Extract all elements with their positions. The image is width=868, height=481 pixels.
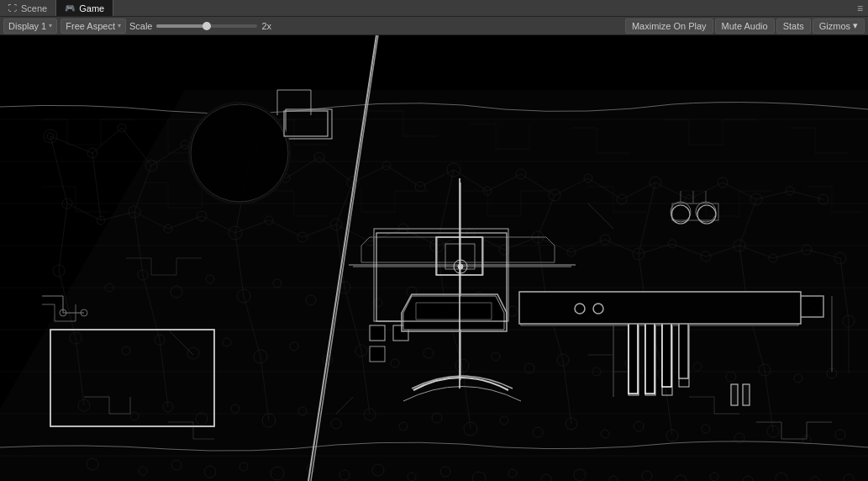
- svg-rect-280: [519, 292, 801, 324]
- svg-rect-276: [629, 320, 638, 394]
- mute-label: Mute Audio: [722, 21, 768, 31]
- scale-slider[interactable]: [156, 24, 257, 28]
- game-viewport: [0, 35, 868, 481]
- scene-view: [0, 35, 868, 481]
- svg-rect-265: [743, 384, 750, 405]
- stats-button[interactable]: Stats: [776, 18, 811, 34]
- display-arrow-icon: ▾: [49, 22, 52, 29]
- game-icon: 🎮: [65, 3, 75, 13]
- svg-point-256: [191, 104, 288, 202]
- aspect-label: Free Aspect: [66, 21, 115, 31]
- aspect-dropdown[interactable]: Free Aspect ▾: [60, 18, 126, 34]
- svg-rect-254: [370, 346, 385, 362]
- tab-bar: ⛶ Scene 🎮 Game ≡: [0, 0, 868, 17]
- mute-button[interactable]: Mute Audio: [715, 18, 775, 34]
- maximize-button[interactable]: Maximize On Play: [625, 18, 713, 34]
- tab-menu-button[interactable]: ≡: [852, 3, 868, 14]
- gizmos-label: Gizmos: [819, 21, 850, 31]
- scale-thumb[interactable]: [203, 22, 211, 30]
- scale-label: Scale: [129, 21, 153, 31]
- toolbar-right: Maximize On Play Mute Audio Stats Gizmos…: [625, 18, 865, 34]
- svg-rect-278: [662, 320, 671, 387]
- svg-rect-277: [645, 320, 655, 394]
- svg-rect-279: [679, 320, 688, 378]
- tab-game[interactable]: 🎮 Game: [56, 0, 113, 16]
- stats-label: Stats: [783, 21, 804, 31]
- scale-track: [156, 24, 207, 28]
- tab-scene-label: Scene: [21, 3, 47, 13]
- scale-value: 2x: [261, 21, 271, 31]
- gizmos-button[interactable]: Gizmos ▾: [813, 18, 865, 34]
- gizmos-arrow-icon: ▾: [853, 20, 858, 31]
- scale-control: Scale 2x: [129, 21, 271, 31]
- aspect-arrow-icon: ▾: [118, 22, 121, 29]
- svg-rect-264: [731, 384, 738, 405]
- scene-icon: ⛶: [8, 3, 17, 13]
- display-dropdown[interactable]: Display 1 ▾: [3, 18, 57, 34]
- tab-scene[interactable]: ⛶ Scene: [0, 0, 56, 16]
- display-label: Display 1: [8, 21, 46, 31]
- maximize-label: Maximize On Play: [632, 21, 707, 31]
- svg-rect-252: [370, 325, 385, 341]
- game-toolbar: Display 1 ▾ Free Aspect ▾ Scale 2x Maxim…: [0, 17, 868, 35]
- tab-game-label: Game: [79, 3, 104, 13]
